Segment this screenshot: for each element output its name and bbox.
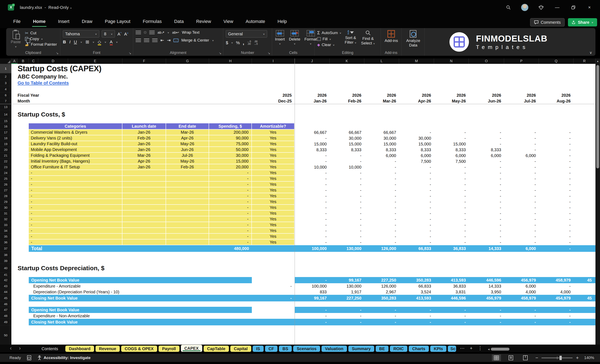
cell-P30[interactable]: - [504,205,539,210]
cell-H18[interactable]: 90,000 [209,135,252,141]
sheet-tab-captable[interactable]: CapTable [204,346,229,352]
cell-L24[interactable]: - [364,170,399,176]
cell-K35[interactable]: - [329,234,364,239]
ribbon-tab-insert[interactable]: Insert [52,15,76,28]
cell-O21[interactable]: 6,000 [469,153,504,158]
cell-H33[interactable]: - [209,222,252,228]
cell-G36[interactable] [166,239,209,245]
cell-C49[interactable]: Closing Net Book Value [31,319,135,325]
cell-I34[interactable]: Yes [252,228,295,234]
cell-F24[interactable] [122,170,166,176]
user-avatar[interactable] [521,4,528,11]
cell-L47[interactable]: - [364,307,399,313]
table-header-end-date[interactable]: End date [166,123,209,129]
row-number-33[interactable]: 33 [0,222,11,228]
cell-I35[interactable]: Yes [252,234,295,239]
cell-K44[interactable]: 1,917 [329,289,364,295]
cell-G30[interactable] [166,205,209,210]
cell-Q45[interactable]: 454,979 [539,295,573,301]
cell-P27[interactable]: - [504,187,539,193]
cell-P44[interactable]: 4,000 [504,289,539,295]
increase-decimal-button[interactable]: ←0.00 [247,40,251,45]
insert-cells-button[interactable]: Insert ∨ [273,30,287,45]
percent-style-button[interactable]: % [236,40,240,45]
cell-Q23[interactable]: - [539,164,573,170]
cell-P33[interactable]: - [504,222,539,228]
cell-L48[interactable]: - [364,313,399,319]
cell-P37[interactable]: 6,000 [504,245,539,252]
cell-L22[interactable]: - [364,158,399,164]
cell-G25[interactable] [166,176,209,182]
cell-M43[interactable]: 66,833 [399,283,434,289]
cell-N19[interactable]: 15,000 [434,141,469,147]
cell-K25[interactable]: - [329,176,364,182]
row-number-14[interactable]: 14 [0,110,11,119]
cell-Q18[interactable]: - [539,135,573,141]
cell-L20[interactable]: 8,333 [364,147,399,153]
cut-button[interactable]: ✂ Cut [25,31,57,36]
cell-N20[interactable]: 8,333 [434,147,469,153]
cell-M31[interactable]: - [399,210,434,216]
cell-Q49[interactable]: - [539,319,573,325]
scroll-left-arrow[interactable]: ◂ [488,347,490,351]
cell-I26[interactable]: Yes [252,182,295,187]
column-header-R[interactable]: R [573,58,595,64]
cell-G33[interactable] [166,222,209,228]
cell-J27[interactable]: - [295,187,329,193]
column-header-I[interactable]: I [252,58,295,64]
premium-diamond-icon[interactable] [538,4,544,11]
cell-M48[interactable]: - [399,313,434,319]
cell-C17[interactable]: Commercial Washers & Dryers [29,129,122,135]
sheet-tab-be[interactable]: BE [376,346,388,352]
cell-P22[interactable]: - [504,158,539,164]
cell-L21[interactable]: 6,000 [364,153,399,158]
cell-M17[interactable]: - [399,129,434,135]
cell-L23[interactable]: - [364,164,399,170]
align-middle-button[interactable] [144,31,146,34]
orientation-button[interactable]: ab↗ [158,30,164,35]
cell-L45[interactable]: 350,283 [364,295,399,301]
share-button[interactable]: Share ∨ [568,18,597,27]
cell-J19[interactable]: 15,000 [295,141,329,147]
alignment-dialog-launcher[interactable]: ↘ [219,51,221,55]
cell-P18[interactable]: - [504,135,539,141]
row-number-4[interactable]: 4 [0,86,11,92]
sheet-tab-kpis[interactable]: KPIs [430,346,446,352]
cell-P31[interactable]: - [504,210,539,216]
cell-I23[interactable]: Yes [252,164,295,170]
cell-J21[interactable]: - [295,153,329,158]
cell-C24[interactable]: - [29,170,122,176]
column-header-P[interactable]: P [504,58,539,64]
cell-F26[interactable] [122,182,166,187]
cell-I19[interactable]: Yes [252,141,295,147]
row-number-19[interactable]: 19 [0,141,11,147]
cell-I6[interactable]: 2025 [252,92,295,98]
cell-H26[interactable]: - [209,182,252,187]
cell-L34[interactable]: - [364,228,399,234]
cell-I27[interactable]: Yes [252,187,295,193]
ribbon-tab-review[interactable]: Review [190,15,217,28]
page-layout-view-button[interactable] [506,355,516,361]
row-number-18[interactable]: 18 [0,135,11,141]
table-header-launch-date[interactable]: Launch date [122,123,166,129]
cell-F18[interactable]: Feb-26 [122,135,166,141]
cell-L25[interactable]: - [364,176,399,182]
cell-Q34[interactable]: - [539,228,573,234]
cell-L17[interactable]: 66,667 [364,129,399,135]
copy-button[interactable]: Copy ∨ [25,36,57,41]
cell-Q42[interactable]: 458,979 [539,277,573,283]
row-number-44[interactable]: 44 [0,289,11,295]
cell-P17[interactable]: - [504,129,539,135]
cell-C27[interactable]: - [29,187,122,193]
cell-K31[interactable]: - [329,210,364,216]
cell-N42[interactable]: 413,593 [434,277,469,283]
cell-N43[interactable]: 36,833 [434,283,469,289]
cell-K34[interactable]: - [329,228,364,234]
cell-J43[interactable]: 100,000 [295,283,329,289]
cell-G31[interactable] [166,210,209,216]
cell-Q26[interactable]: - [539,182,573,187]
cell-O37[interactable]: 14,333 [469,245,504,252]
cell-J35[interactable]: - [295,234,329,239]
row-number-37[interactable]: 37 [0,245,11,252]
cell-N30[interactable]: - [434,205,469,210]
